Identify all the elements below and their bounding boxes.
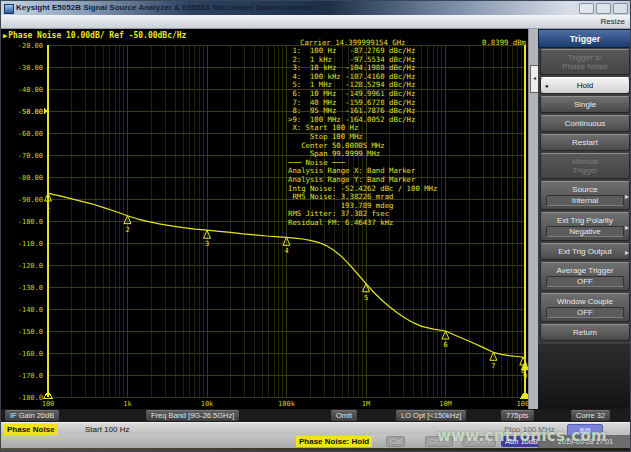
svg-text:-120.0: -120.0 [18, 262, 43, 270]
band-stop-flag-icon[interactable] [521, 391, 528, 398]
clock: 2019-05-28 17:01 [538, 435, 631, 448]
stop-frequency-label: Stop 100 MHz [504, 425, 555, 434]
trace-header-label: Phase Noise 10.00dB/ Ref -50.00dBc/Hz [8, 31, 186, 40]
menu-item-hold[interactable]: ●Hold [540, 77, 630, 94]
menu-scrollbar[interactable]: ◂ [528, 29, 538, 409]
y-axis-labels: -20.00-30.00-40.00-50.00-60.00-70.00-80.… [18, 42, 43, 402]
app-icon [4, 4, 14, 14]
svg-text:10k: 10k [201, 400, 214, 408]
svg-text:100k: 100k [278, 400, 296, 408]
window-bottom-edge [1, 448, 631, 452]
trace-pointer-icon: ▶ [3, 32, 7, 40]
menu-item-continuous[interactable]: Continuous [540, 115, 630, 132]
svg-text:10M: 10M [439, 400, 452, 408]
svg-text:-130.0: -130.0 [18, 284, 43, 292]
menu-item-label: Return [542, 328, 628, 337]
svg-text:4: 4 [284, 247, 288, 255]
status-segment-corre-32: Corre 32 [571, 410, 610, 421]
menu-item-value: OFF [546, 276, 624, 287]
status-segment-775pts: 775pts [501, 410, 534, 421]
svg-text:-20.00: -20.00 [18, 42, 43, 50]
svg-text:-80.00: -80.00 [18, 174, 43, 182]
menu-item-label: Source [542, 185, 628, 194]
status-segment-freq-band-9g-26-5ghz: Freq Band [9G-26.5GHz] [146, 410, 239, 421]
svg-text:6: 6 [443, 341, 447, 349]
menu-item-label: Phase Noise [542, 62, 628, 71]
minimize-button[interactable] [579, 3, 594, 14]
carrier-power: 0.8399 dBm [482, 38, 526, 47]
svg-text:-90.00: -90.00 [18, 196, 43, 204]
window-buttons [579, 3, 628, 14]
svg-text:-100.0: -100.0 [18, 218, 43, 226]
menu-item-label: Hold [542, 81, 628, 90]
svg-text:2: 2 [125, 226, 129, 234]
menu-item-window-couple[interactable]: Window CoupleOFF [540, 293, 630, 322]
close-button[interactable] [613, 3, 628, 14]
menu-filler [538, 344, 631, 409]
svg-text:-50.00: -50.00 [18, 108, 43, 116]
softkey-menu: Trigger Trigger toPhase Noise●HoldSingle… [538, 29, 631, 409]
svg-text:1M: 1M [362, 400, 370, 408]
status-item-pow-0v: Pow 0V [462, 436, 496, 447]
menu-item-ext-trig-output[interactable]: Ext Trig Output▸ [540, 243, 630, 260]
svg-text:-70.00: -70.00 [18, 152, 43, 160]
menu-item-trigger-to-phase-noise: Trigger toPhase Noise [540, 49, 630, 75]
attenuator-badge: Attn 10dB [501, 436, 542, 447]
start-frequency-label: Start 100 Hz [85, 425, 129, 434]
toolbar: Resize [1, 15, 631, 29]
window-title: Keysight E5052B Signal Source Analyzer &… [16, 3, 314, 12]
svg-text:5: 5 [364, 294, 368, 302]
status-segment-lo-opt-150khz: LO Opt [<150kHz] [396, 410, 466, 421]
svg-text:100: 100 [42, 400, 55, 408]
svg-text:-170.0: -170.0 [18, 372, 43, 380]
instrument-status-bar: Phase Noise: Hold Attn 10dB 2019-05-28 1… [1, 435, 631, 448]
menu-item-average-trigger[interactable]: Average TriggerOFF [540, 262, 630, 291]
menu-item-label: Window Couple [542, 297, 628, 306]
phase-noise-plot: -20.00-30.00-40.00-50.00-60.00-70.00-80.… [1, 29, 528, 409]
svg-text:100M: 100M [517, 400, 528, 408]
sweep-range-bar: Phase Noise Start 100 Hz Stop 100 MHz 8/… [1, 422, 631, 435]
menu-item-label: Trigger to [542, 53, 628, 62]
menu-item-value: OFF [546, 307, 624, 318]
menu-item-ext-trig-polarity[interactable]: Ext Trig PolarityNegative▸ [540, 212, 630, 241]
menu-item-return[interactable]: Return [540, 324, 630, 341]
trigger-state-badge: Phase Noise: Hold [296, 436, 372, 447]
status-item-ctl-0v: Ctl 0V [425, 436, 453, 447]
submenu-arrow-icon: ▸ [625, 222, 629, 231]
resize-button[interactable]: Resize [601, 17, 625, 26]
noise-line: Residual FM: 6.46437 kHz [288, 219, 437, 228]
status-segment-omit: Omit [331, 410, 357, 421]
svg-text:-150.0: -150.0 [18, 328, 43, 336]
menu-item-label: Manual [542, 157, 628, 166]
x-axis-labels: 1001k10k100k1M10M100M [42, 400, 528, 408]
maximize-button[interactable] [596, 3, 611, 14]
marker-readout: 1: 100 Hz -87.2769 dBc/Hz 2: 1 kHz -97.5… [288, 47, 437, 227]
menu-item-restart[interactable]: Restart [540, 134, 630, 151]
svg-text:3: 3 [205, 240, 209, 248]
status-item-cal: Cal [386, 436, 405, 447]
submenu-arrow-icon: ▸ [625, 191, 629, 200]
svg-text:-60.00: -60.00 [18, 130, 43, 138]
svg-text:-110.0: -110.0 [18, 240, 43, 248]
menu-item-source[interactable]: SourceInternal▸ [540, 181, 630, 210]
svg-text:-160.0: -160.0 [18, 350, 43, 358]
svg-text:1: 1 [46, 203, 50, 211]
menu-item-label: Ext Trig Output [542, 247, 628, 256]
menu-item-label: Trigger [542, 166, 628, 175]
selected-bullet-icon: ● [545, 81, 549, 90]
menu-item-label: Continuous [542, 119, 628, 128]
menu-item-single[interactable]: Single [540, 96, 630, 113]
menu-item-value: Internal [546, 195, 624, 206]
menu-item-label: Restart [542, 138, 628, 147]
title-bar: Keysight E5052B Signal Source Analyzer &… [1, 1, 631, 15]
svg-text:-30.00: -30.00 [18, 64, 43, 72]
menu-item-label: Single [542, 100, 628, 109]
mode-badge: Phase Noise [4, 424, 58, 435]
svg-text:-140.0: -140.0 [18, 306, 43, 314]
menu-item-value: Negative [546, 226, 624, 237]
svg-text:-180.0: -180.0 [18, 394, 43, 402]
svg-text:-40.00: -40.00 [18, 86, 43, 94]
menu-item-manual-trigger: ManualTrigger [540, 153, 630, 179]
menu-item-label: Ext Trig Polarity [542, 216, 628, 225]
svg-text:7: 7 [491, 362, 495, 370]
